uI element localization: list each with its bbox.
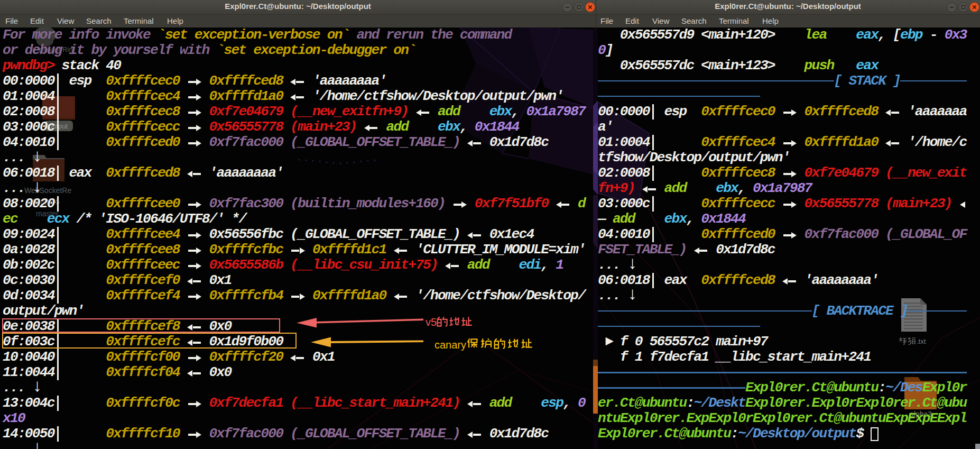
svg-text:v5: v5 [426,316,437,328]
svg-text:canary: canary [434,339,466,351]
